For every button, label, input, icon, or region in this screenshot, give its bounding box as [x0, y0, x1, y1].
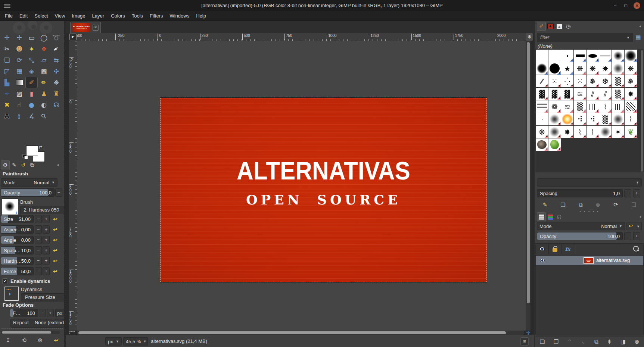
menu-tools[interactable]: Tools: [128, 13, 146, 19]
brush-grid-scrollbar[interactable]: [641, 50, 643, 172]
layer-mode-dropdown[interactable]: Mode Normal ▼: [537, 222, 625, 230]
brush-faint-texture[interactable]: ▒+: [574, 100, 586, 113]
brush-pebble[interactable]: ▓+: [536, 88, 548, 100]
search-icon[interactable]: [633, 246, 639, 251]
tool-ink[interactable]: ✒: [1, 88, 13, 99]
dynamics-value-field[interactable]: Pressure Size: [21, 293, 64, 301]
brush-clipboard-cat[interactable]: +: [536, 138, 548, 151]
enable-dynamics-checkbox[interactable]: Enable dynamics: [2, 278, 50, 284]
tool-dodge-burn[interactable]: ◐: [38, 99, 50, 110]
brush-blank-2[interactable]: [548, 50, 561, 62]
button-new-layer[interactable]: ❏: [540, 338, 545, 345]
canvas-viewport[interactable]: ALTERNATIVAS OPEN SOURCE: [77, 41, 526, 331]
slider-force[interactable]: Force50,0: [1, 267, 34, 275]
brush-spacing-slider[interactable]: Spacing 1,0: [537, 189, 623, 197]
button-delete-tool-preset[interactable]: ⊗: [38, 337, 43, 344]
brush-blank-1[interactable]: [536, 50, 548, 62]
increase-button[interactable]: +: [43, 236, 50, 244]
brush-pixel-dot[interactable]: +: [561, 50, 573, 62]
tool-perspective-clone[interactable]: ♜: [50, 88, 62, 99]
brush-soft-round-big[interactable]: +: [625, 50, 637, 62]
fade-decrease-button[interactable]: −: [39, 309, 46, 317]
button-restore-tool-preset[interactable]: ⟲: [22, 337, 27, 344]
button-reset-tool-options[interactable]: ↩: [54, 337, 59, 344]
tool-transform-3d[interactable]: ▦: [13, 66, 25, 77]
tool-pencil[interactable]: ✏: [38, 77, 50, 88]
layer-opacity-slider[interactable]: Opacity 100,0: [537, 232, 623, 240]
button-new-layer-group[interactable]: ❐: [554, 338, 559, 345]
tab-fonts[interactable]: a: [555, 22, 564, 31]
decrease-button[interactable]: −: [35, 267, 42, 275]
brush-filter-input[interactable]: filter ▼: [537, 33, 633, 42]
button-save-tool-preset[interactable]: ↧: [6, 337, 10, 344]
tool-flip[interactable]: ⇆: [50, 54, 62, 66]
grid-view-icon[interactable]: ▦: [635, 34, 642, 41]
brush-green-pepper[interactable]: +: [548, 138, 561, 151]
brush-dark-splatter[interactable]: ✸+: [625, 88, 637, 100]
reset-icon[interactable]: ↩: [53, 268, 57, 274]
tool-crop[interactable]: ❏: [1, 54, 13, 66]
collapse-left-dock-icon[interactable]: ◂: [57, 163, 59, 167]
tab-channels[interactable]: [546, 212, 555, 221]
brush-green-leaves[interactable]: ❦+: [625, 126, 637, 138]
tool-heal[interactable]: ✚: [1, 99, 13, 110]
menu-select[interactable]: Select: [31, 13, 51, 19]
tool-rectangle-select[interactable]: ▭: [25, 32, 38, 43]
increase-button[interactable]: +: [43, 257, 50, 265]
tab-undo-history[interactable]: ↺: [19, 160, 28, 169]
canvas-horizontal-scrollbar[interactable]: [77, 331, 524, 335]
menu-windows[interactable]: Windows: [166, 13, 193, 19]
button-delete-layer[interactable]: ⊗: [635, 338, 640, 345]
reset-icon[interactable]: ↩: [53, 258, 57, 264]
increase-button[interactable]: +: [43, 225, 50, 234]
brush-chalk-2[interactable]: ▓+: [561, 88, 573, 100]
tool-scale[interactable]: ⤡: [25, 54, 38, 66]
brush-splatter-2[interactable]: ❋+: [587, 62, 599, 75]
brush-fine-texture[interactable]: ▒+: [612, 88, 624, 100]
tool-gradient[interactable]: [13, 77, 25, 88]
brush-diagonal-stroke[interactable]: +: [536, 75, 548, 87]
button-edit-brush[interactable]: ✎: [543, 201, 548, 208]
tab-tool-options[interactable]: ⚙: [1, 160, 10, 169]
tab-layers[interactable]: [537, 212, 546, 221]
layer-row[interactable]: alternativas.svg: [536, 256, 643, 265]
tool-fuzzy-select[interactable]: ✶: [25, 43, 38, 54]
layer-opacity-increase-button[interactable]: +: [633, 232, 640, 240]
fade-length-slider[interactable]: F… 100: [10, 309, 38, 317]
button-duplicate-layer[interactable]: ⧉: [594, 338, 598, 345]
brush-sparse-dots-2[interactable]: ⁙+: [574, 75, 586, 87]
tab-document-history[interactable]: ◷: [564, 22, 573, 31]
menu-file[interactable]: File: [1, 13, 16, 19]
tool-smudge[interactable]: ☝: [13, 99, 25, 110]
button-lower-layer[interactable]: ⌄: [581, 338, 586, 345]
brush-vertical-dabs[interactable]: +: [612, 100, 624, 113]
slider-aspec[interactable]: Aspec…0,00: [1, 225, 34, 234]
brush-star[interactable]: ★+: [561, 62, 573, 75]
canvas-menu-button[interactable]: ▶: [69, 34, 77, 40]
brush-sticks[interactable]: ⫽+: [587, 88, 599, 100]
brush-soft-round-small[interactable]: +: [612, 50, 624, 62]
brush-specks-1[interactable]: ⠺+: [574, 113, 586, 125]
button-refresh-brushes[interactable]: ⟳: [613, 201, 618, 208]
slider-angle[interactable]: Angle0,00: [1, 236, 34, 244]
fade-unit-dropdown[interactable]: px: [55, 309, 64, 317]
minimize-button[interactable]: –: [612, 2, 619, 9]
brush-flat-ellipse[interactable]: +: [587, 50, 599, 62]
brush-stick-figures[interactable]: ⫽+: [599, 88, 612, 100]
canvas-vertical-scrollbar[interactable]: [526, 41, 531, 331]
tool-clone[interactable]: ♟: [38, 88, 50, 99]
zoom-level-dropdown[interactable]: 45,5 % ▼: [123, 337, 148, 346]
menu-help[interactable]: Help: [193, 13, 209, 19]
opacity-decrease-button[interactable]: −: [55, 188, 62, 197]
tab-paths[interactable]: ☊: [555, 212, 564, 221]
brush-splatter-5[interactable]: ❋+: [536, 126, 548, 138]
tool-perspective[interactable]: ◸: [1, 66, 13, 77]
close-tab-icon[interactable]: ✕: [93, 25, 99, 31]
button-duplicate-brush[interactable]: ⧉: [579, 201, 583, 208]
decrease-button[interactable]: −: [35, 257, 42, 265]
tool-text[interactable]: A: [1, 110, 13, 122]
tab-images[interactable]: ⧉: [28, 160, 37, 169]
navigation-preview-button[interactable]: ◙: [520, 337, 529, 346]
brush-sun-vortex[interactable]: +: [561, 113, 573, 125]
button-new-brush[interactable]: ❏: [560, 201, 565, 208]
